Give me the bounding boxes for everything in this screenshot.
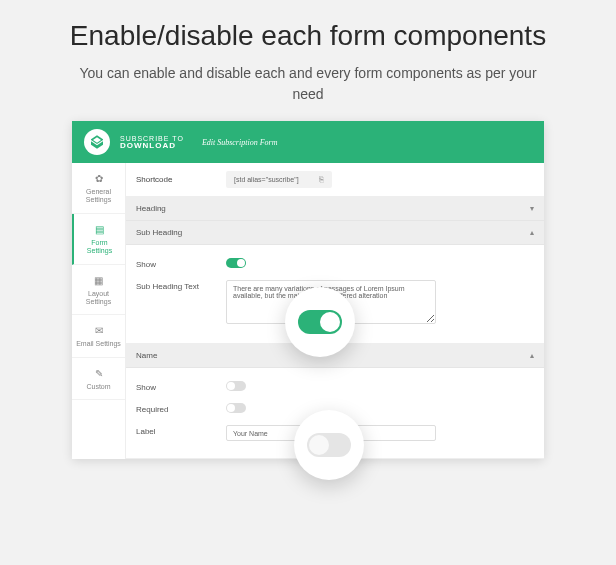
show-label: Show	[136, 258, 226, 269]
accordion-name[interactable]: Name ▴	[126, 344, 544, 368]
sidebar-item-general[interactable]: ✿ General Settings	[72, 163, 125, 214]
label-label: Label	[136, 425, 226, 436]
form-icon: ▤	[78, 224, 121, 235]
sidebar-item-label: Layout Settings	[76, 290, 121, 307]
accordion-title: Sub Heading	[136, 228, 182, 237]
shortcode-value: [std alias="suscribe"]	[234, 176, 299, 183]
app-header: SUBSCRIBE TO DOWNLOAD Edit Subscription …	[72, 121, 544, 163]
page-subtitle: You can enable and disable each and ever…	[0, 53, 616, 121]
main-content: Shortcode [std alias="suscribe"] ⎘ Headi…	[126, 163, 544, 459]
logo-text: SUBSCRIBE TO DOWNLOAD	[120, 135, 184, 150]
sidebar: ✿ General Settings ▤ Form Settings ▦ Lay…	[72, 163, 126, 459]
required-toggle[interactable]	[226, 403, 246, 413]
accordion-title: Name	[136, 351, 157, 360]
chevron-down-icon: ▾	[530, 204, 534, 213]
custom-icon: ✎	[76, 368, 121, 379]
required-label: Required	[136, 403, 226, 414]
sidebar-item-form[interactable]: ▤ Form Settings	[72, 214, 125, 265]
sidebar-item-label: Email Settings	[76, 340, 121, 348]
show-label: Show	[136, 381, 226, 392]
show-toggle[interactable]	[226, 381, 246, 391]
accordion-title: Heading	[136, 204, 166, 213]
page-title: Enable/disable each form components	[0, 0, 616, 53]
app-panel: SUBSCRIBE TO DOWNLOAD Edit Subscription …	[72, 121, 544, 459]
chevron-up-icon: ▴	[530, 228, 534, 237]
subheading-body: Show Sub Heading Text	[126, 245, 544, 344]
breadcrumb: Edit Subscription Form	[202, 138, 278, 147]
layout-icon: ▦	[76, 275, 121, 286]
sidebar-item-label: Form Settings	[78, 239, 121, 256]
name-body: Show Required Label	[126, 368, 544, 459]
show-toggle[interactable]	[226, 258, 246, 268]
sidebar-item-label: Custom	[76, 383, 121, 391]
gear-icon: ✿	[76, 173, 121, 184]
copy-icon[interactable]: ⎘	[319, 175, 324, 184]
logo-icon	[84, 129, 110, 155]
shortcode-label: Shortcode	[136, 175, 226, 184]
accordion-heading[interactable]: Heading ▾	[126, 197, 544, 221]
shortcode-row: Shortcode [std alias="suscribe"] ⎘	[126, 163, 544, 197]
chevron-up-icon: ▴	[530, 351, 534, 360]
shortcode-box: [std alias="suscribe"] ⎘	[226, 171, 332, 188]
sidebar-item-label: General Settings	[76, 188, 121, 205]
subheading-text-input[interactable]	[226, 280, 436, 324]
sidebar-item-layout[interactable]: ▦ Layout Settings	[72, 265, 125, 316]
subheading-text-label: Sub Heading Text	[136, 280, 226, 291]
email-icon: ✉	[76, 325, 121, 336]
sidebar-item-custom[interactable]: ✎ Custom	[72, 358, 125, 400]
sidebar-item-email[interactable]: ✉ Email Settings	[72, 315, 125, 357]
accordion-subheading[interactable]: Sub Heading ▴	[126, 221, 544, 245]
label-input[interactable]	[226, 425, 436, 441]
